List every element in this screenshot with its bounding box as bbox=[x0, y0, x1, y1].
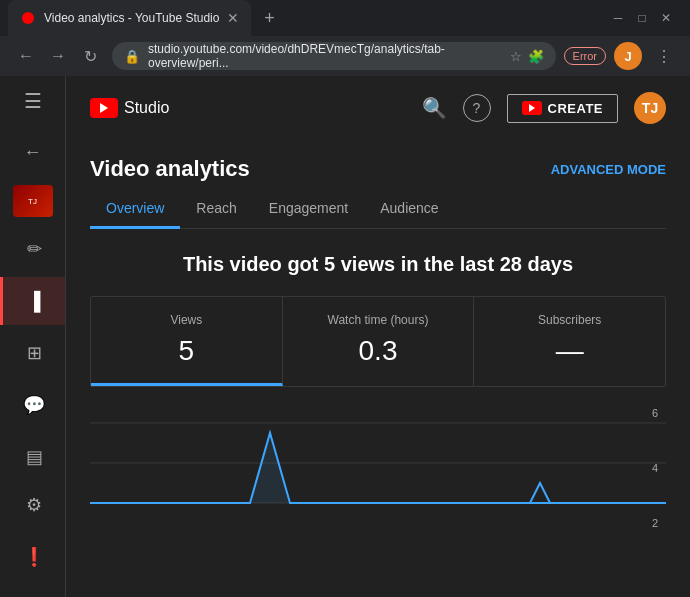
yt-studio-logo: Studio bbox=[90, 98, 169, 118]
sidebar-item-settings[interactable]: ⚙ bbox=[20, 481, 45, 529]
views-label: Views bbox=[111, 313, 262, 327]
new-tab-button[interactable]: + bbox=[255, 4, 283, 32]
back-nav-button[interactable]: ← bbox=[12, 42, 40, 70]
forward-nav-button[interactable]: → bbox=[44, 42, 72, 70]
subtitles-icon: ▤ bbox=[26, 446, 43, 468]
chart-line-1 bbox=[90, 433, 666, 503]
address-text: studio.youtube.com/video/dhDREVmecTg/ana… bbox=[148, 42, 502, 70]
youtube-play-icon bbox=[100, 103, 108, 113]
comments-icon: 💬 bbox=[23, 394, 45, 416]
subscribers-label: Subscribers bbox=[494, 313, 645, 327]
analytics-icon: ▐ bbox=[28, 291, 41, 312]
chart-line-2 bbox=[470, 483, 590, 503]
sidebar-item-comments[interactable]: 💬 bbox=[0, 381, 65, 429]
videos-icon: ⊞ bbox=[27, 342, 42, 364]
address-bar-icons: ☆ 🧩 bbox=[510, 49, 544, 64]
profile-icon[interactable]: J bbox=[614, 42, 642, 70]
tabs: Overview Reach Engagement Audience bbox=[90, 190, 666, 229]
feedback-icon: ❗ bbox=[23, 546, 45, 568]
stats-row: Views 5 Watch time (hours) 0.3 Subscribe… bbox=[90, 296, 666, 387]
create-button-label: CREATE bbox=[548, 101, 603, 116]
close-button[interactable]: ✕ bbox=[658, 11, 674, 25]
studio-label: Studio bbox=[124, 99, 169, 117]
chart-y-label-2: 2 bbox=[652, 517, 662, 529]
error-badge[interactable]: Error bbox=[564, 47, 606, 65]
create-button-icon bbox=[522, 101, 542, 115]
active-tab[interactable]: Video analytics - YouTube Studio ✕ bbox=[8, 0, 251, 36]
sidebar: ☰ ← TJ ✏ ▐ ⊞ 💬 ▤ bbox=[0, 76, 66, 597]
channel-image: TJ bbox=[13, 185, 53, 217]
settings-icon: ⚙ bbox=[26, 494, 42, 516]
address-bar[interactable]: 🔒 studio.youtube.com/video/dhDREVmecTg/a… bbox=[112, 42, 556, 70]
minimize-button[interactable]: ─ bbox=[610, 11, 626, 25]
stat-watch-time[interactable]: Watch time (hours) 0.3 bbox=[283, 297, 475, 386]
sidebar-item-analytics[interactable]: ▐ bbox=[0, 277, 65, 325]
extensions-icon[interactable]: 🧩 bbox=[528, 49, 544, 64]
back-button[interactable]: ← bbox=[24, 142, 42, 163]
topbar: Studio 🔍 ? CREATE TJ bbox=[66, 76, 690, 140]
sidebar-item-edit[interactable]: ✏ bbox=[0, 225, 65, 273]
sidebar-item-feedback[interactable]: ❗ bbox=[20, 533, 45, 581]
watch-time-value: 0.3 bbox=[303, 335, 454, 367]
subscribers-value: — bbox=[494, 335, 645, 367]
lock-icon: 🔒 bbox=[124, 49, 140, 64]
edit-icon: ✏ bbox=[27, 238, 42, 260]
maximize-button[interactable]: □ bbox=[634, 11, 650, 25]
browser-menu-button[interactable]: ⋮ bbox=[650, 42, 678, 70]
hero-section: This video got 5 views in the last 28 da… bbox=[90, 229, 666, 296]
youtube-icon bbox=[90, 98, 118, 118]
main-content: Studio 🔍 ? CREATE TJ Video analytics ADV… bbox=[66, 76, 690, 597]
nav-bar: ← → ↻ 🔒 studio.youtube.com/video/dhDREVm… bbox=[0, 36, 690, 76]
channel-thumbnail[interactable]: TJ bbox=[13, 185, 53, 217]
page-header: Video analytics ADVANCED MODE bbox=[90, 140, 666, 190]
user-avatar[interactable]: TJ bbox=[634, 92, 666, 124]
create-button[interactable]: CREATE bbox=[507, 94, 618, 123]
topbar-right: 🔍 ? CREATE TJ bbox=[422, 92, 666, 124]
chart-y-label-6: 6 bbox=[652, 407, 662, 419]
chart-area: 6 4 2 bbox=[90, 403, 666, 533]
watch-time-label: Watch time (hours) bbox=[303, 313, 454, 327]
tab-audience[interactable]: Audience bbox=[364, 190, 454, 229]
window-controls: ─ □ ✕ bbox=[610, 11, 682, 25]
sidebar-header: ☰ bbox=[0, 76, 65, 127]
tab-overview[interactable]: Overview bbox=[90, 190, 180, 229]
stat-views[interactable]: Views 5 bbox=[91, 297, 283, 386]
chart-svg bbox=[90, 403, 666, 533]
views-value: 5 bbox=[111, 335, 262, 367]
help-button[interactable]: ? bbox=[463, 94, 491, 122]
sidebar-bottom: ⚙ ❗ bbox=[20, 481, 45, 597]
tab-reach[interactable]: Reach bbox=[180, 190, 252, 229]
sidebar-back-row: ← bbox=[0, 127, 65, 178]
page-title: Video analytics bbox=[90, 156, 250, 182]
hero-text: This video got 5 views in the last 28 da… bbox=[90, 253, 666, 276]
advanced-mode-button[interactable]: ADVANCED MODE bbox=[551, 162, 666, 177]
tab-engagement[interactable]: Engagement bbox=[253, 190, 364, 229]
app-container: ☰ ← TJ ✏ ▐ ⊞ 💬 ▤ bbox=[0, 76, 690, 597]
tab-title: Video analytics - YouTube Studio bbox=[44, 11, 219, 25]
reload-button[interactable]: ↻ bbox=[76, 42, 104, 70]
stat-subscribers[interactable]: Subscribers — bbox=[474, 297, 665, 386]
browser-chrome: Video analytics - YouTube Studio ✕ + ─ □… bbox=[0, 0, 690, 76]
nav-icons: ← → ↻ bbox=[12, 42, 104, 70]
chart-y-label-4: 4 bbox=[652, 462, 662, 474]
tab-bar: Video analytics - YouTube Studio ✕ + ─ □… bbox=[0, 0, 690, 36]
star-icon[interactable]: ☆ bbox=[510, 49, 522, 64]
hamburger-menu-icon[interactable]: ☰ bbox=[24, 89, 42, 113]
sidebar-item-subtitles[interactable]: ▤ bbox=[0, 433, 65, 481]
create-button-play-icon bbox=[529, 104, 535, 112]
search-button[interactable]: 🔍 bbox=[422, 96, 447, 120]
sidebar-item-videos[interactable]: ⊞ bbox=[0, 329, 65, 377]
tab-close-button[interactable]: ✕ bbox=[227, 10, 239, 26]
page-content: Video analytics ADVANCED MODE Overview R… bbox=[66, 140, 690, 597]
tab-favicon bbox=[20, 10, 36, 26]
chart-area-fill-1 bbox=[90, 433, 666, 503]
sidebar-nav: ✏ ▐ ⊞ 💬 ▤ bbox=[0, 225, 65, 481]
